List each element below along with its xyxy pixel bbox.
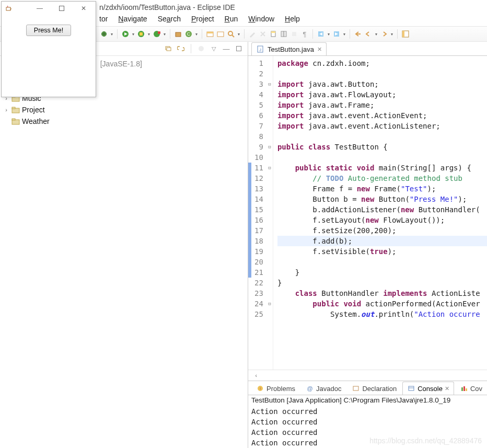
toggle-icon[interactable] [289,29,299,39]
svg-rect-58 [466,388,467,391]
project-tree[interactable]: › JRE System Library [JavaSE-1.8] ⌄ src … [0,56,248,448]
java-test-window[interactable]: — ✕ Press Me! [1,1,96,97]
maximize-view-icon[interactable] [234,44,243,53]
cut-icon[interactable] [258,29,268,39]
tab-declaration-label: Declaration [362,385,397,393]
dropdown-icon[interactable]: ▾ [131,29,135,39]
menu-run[interactable]: Run [225,15,238,26]
tab-javadoc[interactable]: @ Javadoc [301,382,346,395]
svg-line-18 [232,35,234,37]
scroll-left-icon[interactable]: ‹ [252,372,260,379]
menu-navigate[interactable]: Navigate [118,15,147,26]
tab-coverage[interactable]: Cov [455,382,487,395]
editor-tab-testbutton[interactable]: J TestButton.java ✕ [251,42,327,55]
run-last-icon[interactable] [152,29,161,39]
press-me-button[interactable]: Press Me! [26,25,71,36]
focus-task-icon[interactable] [196,44,206,53]
java-cup-icon [5,4,13,13]
paste-icon[interactable] [269,29,278,39]
book-icon[interactable] [279,29,288,39]
java-window-titlebar[interactable]: — ✕ [2,2,96,15]
svg-rect-11 [176,32,181,37]
view-menu-icon[interactable]: ▽ [209,44,218,53]
svg-rect-33 [237,47,241,51]
editor-horizontal-scrollbar[interactable]: ‹ [248,370,487,381]
collapse-all-icon[interactable] [164,44,173,53]
svg-rect-16 [217,32,224,37]
svg-rect-0 [6,7,10,10]
project-icon [11,106,20,114]
project-label: Project [22,106,45,114]
open-type-icon[interactable] [205,29,215,39]
coverage-icon[interactable] [136,29,146,39]
forward-icon[interactable] [379,29,389,39]
tab-coverage-label: Cov [470,385,482,393]
tab-console[interactable]: Console ✕ [402,382,454,395]
new-package-icon[interactable] [173,29,183,39]
dropdown-icon[interactable]: ▾ [390,29,394,39]
svg-rect-21 [281,31,284,37]
menu-window[interactable]: Window [248,15,274,26]
svg-rect-10 [158,31,160,34]
code-editor[interactable]: 1234567891011121314151617181920212223242… [248,56,487,370]
declaration-icon [352,384,360,393]
coverage-tab-icon [460,384,468,393]
tab-console-label: Console [418,385,443,393]
svg-rect-15 [207,32,213,33]
svg-rect-53 [353,386,358,390]
dropdown-icon[interactable]: ▾ [374,29,378,39]
dropdown-icon[interactable]: ▾ [194,29,199,39]
package-explorer: ▽ — › JRE System Library [JavaSE-1.8] ⌄ … [0,42,248,448]
run-icon[interactable] [121,29,130,39]
open-task-icon[interactable] [216,29,225,39]
maximize-button[interactable] [51,3,73,14]
dropdown-icon[interactable]: ▾ [147,29,151,39]
dropdown-icon[interactable]: ▾ [110,29,114,39]
problems-icon: ! [256,384,264,393]
dropdown-icon[interactable]: ▾ [342,29,346,39]
svg-rect-1 [60,6,64,11]
tab-problems[interactable]: ! Problems [251,382,300,395]
editor-tab-label: TestButton.java [268,45,314,53]
menu-search[interactable]: Search [158,15,181,26]
tab-pin-icon[interactable]: ✕ [445,385,449,392]
back-icon[interactable] [353,29,363,39]
edit-icon[interactable] [248,29,257,39]
minimize-view-icon[interactable]: — [222,44,231,53]
menu-edit[interactable]: tor [99,15,108,26]
back-alt-icon[interactable] [364,29,373,39]
dropdown-icon[interactable]: ▾ [237,29,241,39]
prev-annotation-icon[interactable] [316,29,326,39]
next-annotation-icon[interactable] [332,29,341,39]
svg-rect-31 [167,48,171,51]
svg-rect-54 [409,386,414,390]
debug-icon[interactable] [99,29,109,39]
tab-declaration[interactable]: Declaration [347,382,401,395]
svg-text:J: J [259,48,261,52]
search-icon[interactable] [226,29,236,39]
project-project-node[interactable]: › Project [3,104,245,116]
svg-rect-48 [12,119,15,120]
menu-project[interactable]: Project [191,15,214,26]
dropdown-icon[interactable]: ▾ [163,29,167,39]
weather-project-node[interactable]: Weather [3,116,245,127]
close-tab-icon[interactable]: ✕ [317,46,322,53]
close-button[interactable]: ✕ [73,3,95,14]
svg-text:C: C [187,31,191,37]
svg-rect-23 [292,32,296,36]
dropdown-icon[interactable]: ▾ [327,29,331,39]
pin-icon[interactable]: ¶ [300,29,309,39]
svg-text:!: ! [260,386,261,391]
perspective-icon[interactable] [401,29,410,39]
menu-help[interactable]: Help [285,15,300,26]
watermark-text: https://blog.csdn.net/qq_42889476 [369,436,482,445]
new-class-icon[interactable]: C [184,29,193,39]
java-file-icon: J [256,45,264,53]
minimize-button[interactable]: — [29,3,51,14]
console-title: TestButton [Java Application] C:\Program… [248,395,487,405]
svg-rect-29 [402,31,404,37]
svg-rect-20 [271,31,275,33]
editor-tab-bar: J TestButton.java ✕ [248,42,487,56]
link-editor-icon[interactable] [176,44,185,53]
svg-rect-46 [12,107,15,109]
